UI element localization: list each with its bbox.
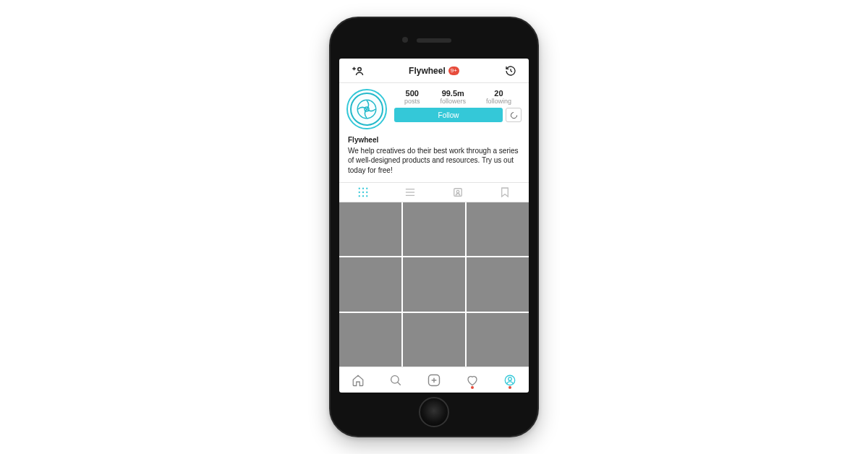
svg-point-2 <box>358 67 362 71</box>
profile-header: 500 posts 99.5m followers 20 following F… <box>339 83 529 132</box>
post-thumbnail[interactable] <box>467 313 529 367</box>
stat-posts-label: posts <box>404 98 420 105</box>
bookmark-icon <box>501 187 509 197</box>
top-bar: Flywheel 9+ <box>339 59 529 83</box>
profile-icon <box>503 374 516 387</box>
svg-point-15 <box>362 195 364 197</box>
post-thumbnail[interactable] <box>403 202 465 256</box>
svg-point-21 <box>456 190 459 193</box>
svg-point-16 <box>366 195 367 197</box>
grid-icon <box>358 187 368 197</box>
tab-saved[interactable] <box>482 183 529 202</box>
front-camera <box>402 37 408 43</box>
list-icon <box>405 187 415 197</box>
app-screen: Flywheel 9+ <box>339 59 529 393</box>
svg-point-8 <box>358 188 359 189</box>
add-friend-button[interactable] <box>346 66 368 76</box>
page-title: Flywheel <box>409 66 446 76</box>
tab-grid[interactable] <box>339 183 387 202</box>
stat-posts[interactable]: 500 posts <box>404 89 420 105</box>
tagged-icon <box>453 187 463 197</box>
notification-badge: 9+ <box>448 67 459 75</box>
bio-section: Flywheel We help creatives do their best… <box>339 132 529 182</box>
nav-search[interactable] <box>389 374 402 387</box>
stat-posts-value: 500 <box>404 89 420 98</box>
svg-point-10 <box>366 188 367 189</box>
nav-activity[interactable] <box>466 374 479 387</box>
svg-point-14 <box>358 195 359 197</box>
svg-point-9 <box>362 188 364 189</box>
search-icon <box>389 374 402 387</box>
stat-followers[interactable]: 99.5m followers <box>440 89 466 105</box>
stat-following-label: following <box>486 98 511 105</box>
svg-rect-20 <box>454 189 462 197</box>
home-button[interactable] <box>419 397 449 427</box>
speaker-grille <box>417 38 451 43</box>
svg-line-4 <box>511 71 512 72</box>
nav-home[interactable] <box>352 374 365 387</box>
loading-icon <box>510 111 518 119</box>
post-thumbnail[interactable] <box>339 257 401 311</box>
tab-tagged[interactable] <box>434 183 482 202</box>
nav-profile[interactable] <box>503 374 516 387</box>
posts-grid <box>339 202 529 367</box>
add-post-icon <box>427 373 441 387</box>
flywheel-logo-icon <box>356 98 378 120</box>
svg-line-23 <box>398 382 401 385</box>
svg-point-12 <box>362 192 364 193</box>
post-thumbnail[interactable] <box>339 313 401 367</box>
post-thumbnail[interactable] <box>403 257 465 311</box>
post-thumbnail[interactable] <box>467 202 529 256</box>
stat-followers-value: 99.5m <box>440 89 466 98</box>
avatar[interactable] <box>346 89 387 129</box>
post-thumbnail[interactable] <box>403 313 465 367</box>
history-button[interactable] <box>500 65 522 77</box>
svg-point-13 <box>366 192 367 193</box>
suggested-button[interactable] <box>506 108 522 122</box>
svg-point-28 <box>509 377 512 380</box>
svg-point-22 <box>391 375 399 383</box>
home-icon <box>352 374 365 387</box>
tab-list[interactable] <box>387 183 435 202</box>
stat-following-value: 20 <box>486 89 511 98</box>
phone-frame: Flywheel 9+ <box>329 17 539 437</box>
content-tabs <box>339 182 529 202</box>
nav-add[interactable] <box>427 373 441 387</box>
post-thumbnail[interactable] <box>467 257 529 311</box>
svg-point-7 <box>511 112 516 118</box>
post-thumbnail[interactable] <box>339 202 401 256</box>
follow-button[interactable]: Follow <box>394 108 503 122</box>
stat-following[interactable]: 20 following <box>486 89 511 105</box>
svg-point-11 <box>358 192 359 193</box>
stat-followers-label: followers <box>440 98 466 105</box>
bio-name: Flywheel <box>348 135 520 145</box>
bio-text: We help creatives do their best work thr… <box>348 147 519 174</box>
heart-icon <box>466 374 479 387</box>
bottom-nav <box>339 367 529 393</box>
